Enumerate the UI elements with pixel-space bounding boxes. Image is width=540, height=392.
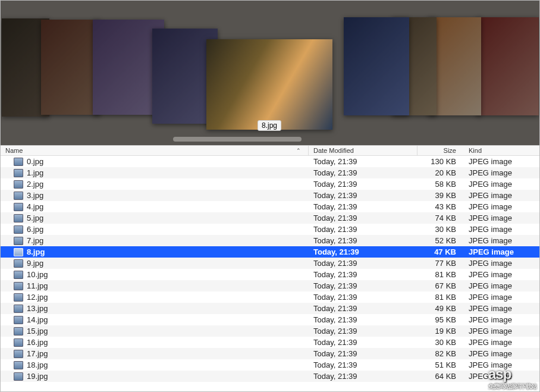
cell-kind: JPEG image	[464, 168, 539, 177]
coverflow-track: 8.jpg	[1, 1, 539, 145]
table-row[interactable]: 2.jpgToday, 21:3958 KBJPEG image	[1, 178, 539, 190]
sort-ascending-icon: ⌃	[296, 148, 301, 153]
table-row[interactable]: 7.jpgToday, 21:3952 KBJPEG image	[1, 235, 539, 246]
cell-kind: JPEG image	[464, 281, 539, 290]
table-row[interactable]: 13.jpgToday, 21:3949 KBJPEG image	[1, 303, 539, 314]
table-row[interactable]: 11.jpgToday, 21:3967 KBJPEG image	[1, 280, 539, 291]
jpeg-file-icon	[14, 192, 23, 200]
table-row[interactable]: 14.jpgToday, 21:3995 KBJPEG image	[1, 314, 539, 325]
cell-size: 81 KB	[417, 270, 464, 279]
column-header-date[interactable]: Date Modified	[309, 146, 417, 155]
jpeg-file-icon	[14, 169, 23, 177]
cell-name: 15.jpg	[1, 327, 309, 335]
file-name: 1.jpg	[27, 168, 43, 177]
jpeg-file-icon	[14, 350, 23, 358]
jpeg-file-icon	[14, 305, 23, 313]
column-header-kind-label: Kind	[469, 147, 482, 154]
cell-name: 6.jpg	[1, 225, 309, 234]
table-row[interactable]: 17.jpgToday, 21:3982 KBJPEG image	[1, 348, 539, 359]
file-name: 9.jpg	[27, 259, 43, 268]
cell-kind: JPEG image	[464, 360, 539, 369]
file-name: 6.jpg	[27, 225, 43, 234]
table-row[interactable]: 8.jpgToday, 21:3947 KBJPEG image	[1, 246, 539, 258]
jpeg-file-icon	[14, 259, 23, 268]
cell-size: 30 KB	[417, 225, 464, 234]
cell-date: Today, 21:39	[309, 360, 417, 369]
coverflow-scrollbar[interactable]	[173, 137, 302, 142]
coverflow-thumb[interactable]	[476, 17, 539, 115]
table-row[interactable]: 1.jpgToday, 21:3920 KBJPEG image	[1, 167, 539, 178]
cell-date: Today, 21:39	[309, 214, 417, 222]
cell-size: 67 KB	[417, 281, 464, 290]
cell-date: Today, 21:39	[309, 349, 417, 358]
cell-kind: JPEG image	[464, 338, 539, 347]
cell-date: Today, 21:39	[309, 202, 417, 211]
jpeg-file-icon	[14, 248, 23, 256]
column-header-name-label: Name	[5, 147, 23, 154]
table-row[interactable]: 19.jpgToday, 21:3964 KBJPEG image	[1, 371, 539, 382]
jpeg-file-icon	[14, 203, 23, 211]
file-name: 18.jpg	[27, 360, 48, 369]
cell-size: 77 KB	[417, 259, 464, 268]
cell-kind: JPEG image	[464, 259, 539, 268]
table-row[interactable]: 12.jpgToday, 21:3981 KBJPEG image	[1, 291, 539, 303]
cell-date: Today, 21:39	[309, 338, 417, 347]
cell-name: 18.jpg	[1, 360, 309, 369]
cell-date: Today, 21:39	[309, 168, 417, 177]
jpeg-file-icon	[14, 282, 23, 290]
table-row[interactable]: 6.jpgToday, 21:3930 KBJPEG image	[1, 224, 539, 235]
file-name: 10.jpg	[27, 270, 48, 279]
jpeg-file-icon	[14, 225, 23, 234]
cell-name: 5.jpg	[1, 214, 309, 222]
file-name: 5.jpg	[27, 214, 43, 222]
cell-name: 10.jpg	[1, 270, 309, 279]
cell-kind: JPEG image	[464, 191, 539, 200]
cell-size: 51 KB	[417, 360, 464, 369]
column-header-kind[interactable]: Kind	[464, 146, 539, 155]
file-name: 19.jpg	[27, 372, 48, 381]
table-row[interactable]: 4.jpgToday, 21:3943 KBJPEG image	[1, 201, 539, 212]
column-header-name[interactable]: Name ⌃	[1, 146, 309, 155]
jpeg-file-icon	[14, 316, 23, 324]
table-row[interactable]: 16.jpgToday, 21:3930 KBJPEG image	[1, 337, 539, 348]
cell-name: 8.jpg	[1, 247, 309, 256]
column-header-row: Name ⌃ Date Modified Size Kind	[1, 145, 539, 156]
coverflow-thumb[interactable]	[41, 20, 101, 115]
cell-date: Today, 21:39	[309, 304, 417, 313]
table-row[interactable]: 18.jpgToday, 21:3951 KBJPEG image	[1, 359, 539, 371]
cell-size: 82 KB	[417, 349, 464, 358]
file-list[interactable]: 0.jpgToday, 21:39130 KBJPEG image1.jpgTo…	[1, 156, 539, 391]
jpeg-file-icon	[14, 237, 23, 245]
coverflow-thumb[interactable]: 8.jpg	[206, 39, 332, 130]
column-header-size[interactable]: Size	[417, 146, 464, 155]
cell-name: 0.jpg	[1, 157, 309, 166]
cell-size: 47 KB	[417, 247, 464, 256]
cell-kind: JPEG image	[464, 225, 539, 234]
coverflow-thumb[interactable]	[344, 17, 409, 115]
cell-kind: JPEG image	[464, 236, 539, 245]
table-row[interactable]: 9.jpgToday, 21:3977 KBJPEG image	[1, 258, 539, 269]
file-name: 16.jpg	[27, 338, 48, 347]
cell-size: 95 KB	[417, 315, 464, 324]
table-row[interactable]: 0.jpgToday, 21:39130 KBJPEG image	[1, 156, 539, 167]
table-row[interactable]: 3.jpgToday, 21:3939 KBJPEG image	[1, 190, 539, 201]
table-row[interactable]: 10.jpgToday, 21:3981 KBJPEG image	[1, 269, 539, 280]
cell-date: Today, 21:39	[309, 259, 417, 268]
file-name: 13.jpg	[27, 304, 48, 313]
cell-kind: JPEG image	[464, 180, 539, 189]
cell-name: 19.jpg	[1, 372, 309, 381]
table-row[interactable]: 5.jpgToday, 21:3974 KBJPEG image	[1, 212, 539, 224]
file-name: 3.jpg	[27, 191, 43, 200]
column-header-date-label: Date Modified	[313, 147, 354, 154]
cell-kind: JPEG image	[464, 270, 539, 279]
table-row[interactable]: 15.jpgToday, 21:3919 KBJPEG image	[1, 325, 539, 337]
cell-date: Today, 21:39	[309, 372, 417, 381]
cell-size: 19 KB	[417, 327, 464, 335]
coverflow-panel[interactable]: 8.jpg	[1, 1, 539, 145]
jpeg-file-icon	[14, 361, 23, 369]
cell-date: Today, 21:39	[309, 157, 417, 166]
cell-kind: JPEG image	[464, 157, 539, 166]
cell-date: Today, 21:39	[309, 315, 417, 324]
jpeg-file-icon	[14, 327, 23, 335]
jpeg-file-icon	[14, 271, 23, 279]
